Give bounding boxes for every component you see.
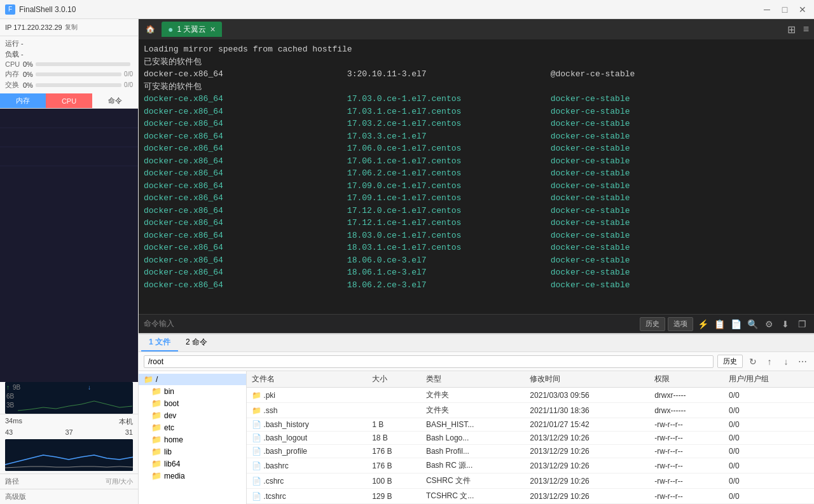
file-size-cell xyxy=(367,403,421,418)
terminal-tab-1[interactable]: ● 1 天翼云 × xyxy=(162,22,222,37)
file-size-cell: 100 B xyxy=(367,473,421,489)
file-manager: 1 文件 2 命令 历史 ↻ ↑ ↓ ⋯ 📁 / xyxy=(139,333,814,504)
file-list[interactable]: 文件名 大小 类型 修改时间 权限 用户/用户组 📁 .pki 文件夹 2021… xyxy=(247,371,814,504)
fm-tab-files[interactable]: 1 文件 xyxy=(141,334,178,351)
app-icon: F xyxy=(5,4,15,15)
grid-view-icon[interactable]: ⊞ xyxy=(785,22,798,37)
file-name-cell: 📄 .bash_logout xyxy=(247,432,367,445)
col-user[interactable]: 用户/用户组 xyxy=(724,371,814,388)
svg-rect-4 xyxy=(5,382,133,414)
tree-home-label: home xyxy=(164,435,183,444)
svg-text:6B: 6B xyxy=(6,393,15,400)
table-row[interactable]: 📄 .bashrc 176 B Bash RC 源... 2013/12/29 … xyxy=(247,458,814,473)
terminal-line: docker-ce.x86_64 18.06.0.ce-3.el7 docker… xyxy=(144,254,809,267)
sidebar-footer: 高级版 xyxy=(0,489,138,504)
path-input[interactable] xyxy=(144,355,714,368)
local-label: 本机 xyxy=(119,417,133,426)
col-type[interactable]: 类型 xyxy=(421,371,525,388)
settings-icon[interactable]: ⚙ xyxy=(762,317,776,331)
file-modified-cell: 2021/01/27 15:42 xyxy=(525,418,649,432)
close-button[interactable]: ✕ xyxy=(796,3,809,16)
terminal-line: docker-ce.x86_64 17.03.0.ce-1.el7.centos… xyxy=(144,93,809,106)
tree-item-boot[interactable]: 📁 boot xyxy=(139,397,246,409)
home-tab-icon[interactable]: 🏠 xyxy=(141,22,159,37)
input-label: 命令输入 xyxy=(144,318,174,329)
file-type-cell: 文件夹 xyxy=(421,388,525,403)
clipboard-icon[interactable]: 📋 xyxy=(712,317,726,331)
options-button[interactable]: 选项 xyxy=(668,317,693,331)
table-row[interactable]: 📁 .ssh 文件夹 2021/11/30 18:36 drwx------ 0… xyxy=(247,403,814,418)
tab-label: 1 天翼云 xyxy=(177,24,206,35)
table-row[interactable]: 📄 .cshrc 100 B CSHRC 文件 2013/12/29 10:26… xyxy=(247,473,814,489)
tab-close-button[interactable]: × xyxy=(210,24,215,34)
tab-mem-button[interactable]: 内存 xyxy=(0,93,46,108)
cpu-bar xyxy=(36,62,130,66)
table-row[interactable]: 📄 .bash_history 1 B BASH_HIST... 2021/01… xyxy=(247,418,814,432)
terminal-input-bar: 命令输入 历史 选项 ⚡ 📋 📄 🔍 ⚙ ⬇ ❐ xyxy=(139,314,814,333)
svg-rect-10 xyxy=(5,439,133,471)
col-size[interactable]: 大小 xyxy=(367,371,421,388)
download-icon[interactable]: ⬇ xyxy=(778,317,792,331)
folder-icon: 📁 xyxy=(151,471,162,480)
tree-item-dev[interactable]: 📁 dev xyxy=(139,409,246,421)
table-row[interactable]: 📄 .bash_profile 176 B Bash Profil... 201… xyxy=(247,445,814,458)
svg-text:3B: 3B xyxy=(6,402,15,409)
terminal-line: docker-ce.x86_64 17.03.2.ce-1.el7.centos… xyxy=(144,118,809,130)
copy-icon[interactable]: 📄 xyxy=(729,317,743,331)
sidebar: IP 171.220.232.29 复制 运行 - 负载 - CPU 0% 内存… xyxy=(0,19,139,504)
tab-cmd-button[interactable]: 命令 xyxy=(92,93,138,108)
search-icon[interactable]: 🔍 xyxy=(745,317,759,331)
tree-item-lib64[interactable]: 📁 lib64 xyxy=(139,458,246,470)
monitor-chart xyxy=(0,109,138,382)
tree-item-etc[interactable]: 📁 etc xyxy=(139,421,246,433)
table-row[interactable]: 📁 .pki 文件夹 2021/03/03 09:56 drwxr----- 0… xyxy=(247,388,814,403)
folder-icon: 📁 xyxy=(151,447,162,456)
network-chart: ↑ 9B 6B 3B ↓ xyxy=(5,382,133,414)
fullscreen-icon[interactable]: ❐ xyxy=(795,317,809,331)
history-button[interactable]: 历史 xyxy=(640,317,665,331)
path-size-label: 可用/大小 xyxy=(106,477,133,486)
terminal-line: docker-ce.x86_64 18.06.2.ce-3.el7 docker… xyxy=(144,279,809,292)
file-name-cell: 📄 .bashrc xyxy=(247,458,367,473)
maximize-button[interactable]: □ xyxy=(778,3,791,16)
tab-indicator: ● xyxy=(168,24,173,34)
table-row[interactable]: 📄 .tcshrc 129 B TCSHRC 文... 2013/12/29 1… xyxy=(247,489,814,504)
terminal-output[interactable]: Loading mirror speeds from cached hostfi… xyxy=(139,39,814,314)
fm-history-button[interactable]: 历史 xyxy=(717,355,743,368)
file-user-cell: 0/0 xyxy=(724,489,814,504)
system-stats: 运行 - 负载 - CPU 0% 内存 0% 0/0 交换 xyxy=(0,36,138,93)
tab-cpu-button[interactable]: CPU xyxy=(46,93,92,108)
col-modified[interactable]: 修改时间 xyxy=(525,371,649,388)
command-input[interactable] xyxy=(179,320,635,329)
fm-tab-cmd[interactable]: 2 命令 xyxy=(178,334,215,351)
col-permissions[interactable]: 权限 xyxy=(649,371,724,388)
fm-upload-icon[interactable]: ↑ xyxy=(763,355,776,368)
fm-refresh-icon[interactable]: ↻ xyxy=(747,355,759,368)
load-label: 负载 - xyxy=(5,50,24,59)
terminal-line: docker-ce.x86_64 17.09.0.ce-1.el7.centos… xyxy=(144,180,809,193)
file-type-cell: Bash Profil... xyxy=(421,445,525,458)
fm-download-icon[interactable]: ↓ xyxy=(780,355,792,368)
tree-etc-label: etc xyxy=(164,423,174,432)
file-size-cell: 1 B xyxy=(367,418,421,432)
tree-item-media[interactable]: 📁 media xyxy=(139,470,246,482)
tree-item-root[interactable]: 📁 / xyxy=(139,374,246,385)
table-row[interactable]: 📄 .bash_logout 18 B Bash Logo... 2013/12… xyxy=(247,432,814,445)
monitor-tabs: 内存 CPU 命令 xyxy=(0,93,138,109)
svg-text:9B: 9B xyxy=(13,384,21,391)
file-tree[interactable]: 📁 / 📁 bin 📁 boot 📁 dev xyxy=(139,371,247,504)
col-name[interactable]: 文件名 xyxy=(247,371,367,388)
terminal-line: docker-ce.x86_64 17.06.0.ce-1.el7.centos… xyxy=(144,142,809,155)
list-view-icon[interactable]: ≡ xyxy=(801,22,811,37)
minimize-button[interactable]: ─ xyxy=(761,3,773,16)
tree-item-home[interactable]: 📁 home xyxy=(139,433,246,446)
tree-item-lib[interactable]: 📁 lib xyxy=(139,446,246,458)
tree-item-bin[interactable]: 📁 bin xyxy=(139,385,246,397)
folder-icon: 📁 xyxy=(151,411,162,420)
lightning-icon[interactable]: ⚡ xyxy=(696,317,710,331)
fm-more-icon[interactable]: ⋯ xyxy=(796,355,809,368)
terminal-area: 🏠 ● 1 天翼云 × ⊞ ≡ Loading mirror speeds fr… xyxy=(139,19,814,333)
terminal-line: docker-ce.x86_64 17.06.2.ce-1.el7.centos… xyxy=(144,167,809,180)
copy-ip-button[interactable]: 复制 xyxy=(65,23,78,32)
svg-text:↓: ↓ xyxy=(88,384,91,391)
